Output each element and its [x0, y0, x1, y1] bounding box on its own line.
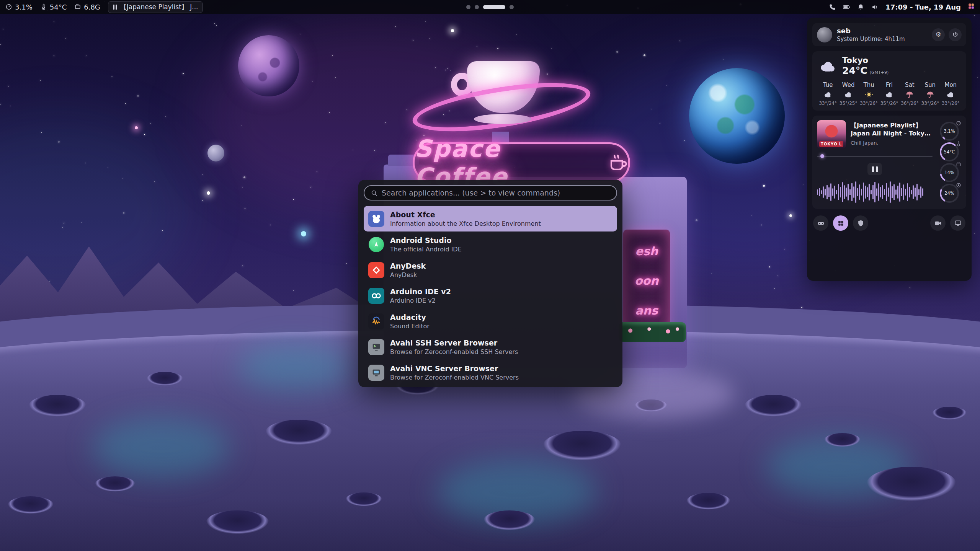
forecast-day: Tue 33°/24° [818, 82, 838, 106]
app-texts: About Xfce Information about the Xfce De… [390, 210, 541, 227]
app-name: Arduino IDE v2 [390, 287, 451, 296]
notifications-bell-icon[interactable] [857, 3, 864, 11]
window-neon-text: esh [635, 245, 658, 258]
track-title: 【Japanese Playlist】 Japan All Night - To… [851, 122, 933, 138]
cpu-gauge[interactable]: 3.1% [940, 122, 959, 141]
app-grid-icon[interactable] [968, 3, 975, 11]
topbar-music-widget[interactable]: 【Japanese Playlist】 J... [108, 1, 203, 13]
app-texts: AnyDesk AnyDesk [390, 262, 426, 279]
album-art[interactable]: TOKYO L [817, 120, 846, 149]
music-player: TOKYO L 【Japanese Playlist】 Japan All Ni… [817, 120, 933, 204]
search-icon [371, 189, 378, 197]
app-name: Avahi SSH Server Browser [390, 339, 518, 347]
power-button[interactable] [949, 28, 962, 41]
day-label: Wed [842, 82, 855, 88]
clock[interactable]: 17:09 - Tue, 19 Aug [885, 3, 961, 11]
hedge-planter [619, 322, 686, 342]
weather-texts: Tokyo 24°C (GMT+9) [842, 56, 889, 76]
screenshot-button[interactable] [950, 215, 965, 231]
day-label: Mon [944, 82, 957, 88]
video-camera-icon [934, 220, 942, 227]
quick-actions-row [812, 214, 966, 232]
day-temps: 33°/26° [921, 101, 939, 106]
memory-indicator[interactable]: 6.8G [74, 3, 100, 11]
volume-icon[interactable] [871, 3, 879, 11]
memory-gauge[interactable]: 14% [940, 163, 959, 182]
pause-icon [876, 166, 878, 172]
app-texts: Avahi VNC Server Browser Browse for Zero… [390, 364, 519, 381]
settings-button[interactable]: ⚙ [932, 28, 945, 41]
cup-saucer [474, 114, 531, 124]
pause-button[interactable] [867, 163, 882, 175]
disk-gauge[interactable]: 24% [940, 184, 959, 203]
thermometer-icon [40, 3, 47, 10]
gamepad-icon [817, 220, 825, 227]
cloud-icon [884, 91, 894, 98]
app-name: AnyDesk [390, 262, 426, 270]
cpu-gauge-icon [5, 3, 12, 10]
gear-icon: ⚙ [935, 31, 941, 39]
forecast-day: Mon 33°/26° [941, 82, 961, 106]
apps-button[interactable] [833, 215, 848, 231]
app-row-avahi-vnc[interactable]: Avahi VNC Server Browser Browse for Zero… [364, 360, 617, 385]
app-row-arduino[interactable]: Arduino IDE v2 Arduino IDE v2 [364, 283, 617, 308]
forecast-day: Sat 36°/26° [900, 82, 920, 106]
workspace-indicators [466, 5, 514, 9]
app-name: Android Studio [390, 236, 462, 245]
app-row-android-studio[interactable]: Android Studio The official Android IDE [364, 231, 617, 257]
phone-icon[interactable] [829, 3, 836, 11]
shop-window: esh oon ans [623, 230, 670, 332]
workspace-dot[interactable] [466, 5, 470, 9]
user-avatar[interactable] [817, 27, 832, 42]
avahi-icon [368, 339, 384, 355]
forecast-day: Thu 33°/26° [859, 82, 879, 106]
workspace-active-pill[interactable] [483, 5, 505, 9]
battery-icon[interactable] [843, 3, 850, 11]
neon-sign: Space Coffee [413, 142, 630, 183]
screen-record-button[interactable] [930, 215, 946, 231]
day-temps: 36°/26° [901, 101, 919, 106]
temperature-gauge[interactable]: 54°C [940, 142, 959, 161]
track-artist: Chill Japan. [851, 140, 933, 146]
avahi-icon [368, 365, 384, 381]
power-icon [952, 31, 959, 38]
app-texts: Avahi SSH Server Browser Browse for Zero… [390, 339, 518, 355]
arduino-icon [368, 288, 384, 304]
memory-icon [956, 161, 961, 167]
xfce-icon [368, 211, 384, 227]
cpu-value: 3.1% [15, 3, 33, 11]
user-card: seb System Uptime: 4h11m ⚙ [812, 23, 966, 46]
app-row-about-xfce[interactable]: About Xfce Information about the Xfce De… [364, 206, 617, 231]
cloud-icon [843, 91, 853, 98]
day-temps: 35°/25° [840, 101, 858, 106]
seek-handle[interactable] [820, 154, 824, 158]
shield-button[interactable] [853, 215, 868, 231]
pause-icon [113, 5, 117, 10]
app-description: Information about the Xfce Desktop Envir… [390, 220, 541, 227]
sun-icon [864, 91, 874, 98]
weather-timezone: (GMT+9) [870, 70, 889, 75]
app-description: Browse for Zeroconf-enabled SSH Servers [390, 348, 518, 355]
cloud-icon [823, 91, 833, 98]
app-name: Avahi VNC Server Browser [390, 364, 519, 373]
system-gauges: 3.1% 54°C 14% 24% [937, 120, 962, 204]
weather-card: Tokyo 24°C (GMT+9) Tue 33°/24° Wed 35°/2… [812, 51, 966, 111]
app-row-anydesk[interactable]: AnyDesk AnyDesk [364, 257, 617, 283]
umbrella-icon [925, 91, 935, 98]
app-name: Audacity [390, 313, 430, 321]
app-search-input[interactable] [382, 189, 610, 197]
temperature-indicator[interactable]: 54°C [40, 3, 67, 11]
search-bar[interactable] [364, 185, 617, 201]
gamepad-button[interactable] [813, 215, 828, 231]
app-row-audacity[interactable]: Audacity Sound Editor [364, 308, 617, 334]
window-neon-text: oon [635, 274, 659, 287]
album-art-text: TOKYO L [819, 141, 843, 147]
app-row-avahi-ssh[interactable]: Avahi SSH Server Browser Browse for Zero… [364, 334, 617, 360]
day-temps: 33°/26° [860, 101, 878, 106]
day-label: Fri [886, 82, 893, 88]
workspace-dot[interactable] [475, 5, 479, 9]
disk-icon [956, 182, 961, 187]
seek-slider[interactable] [817, 154, 933, 158]
workspace-dot[interactable] [510, 5, 514, 9]
cpu-indicator[interactable]: 3.1% [5, 3, 33, 11]
